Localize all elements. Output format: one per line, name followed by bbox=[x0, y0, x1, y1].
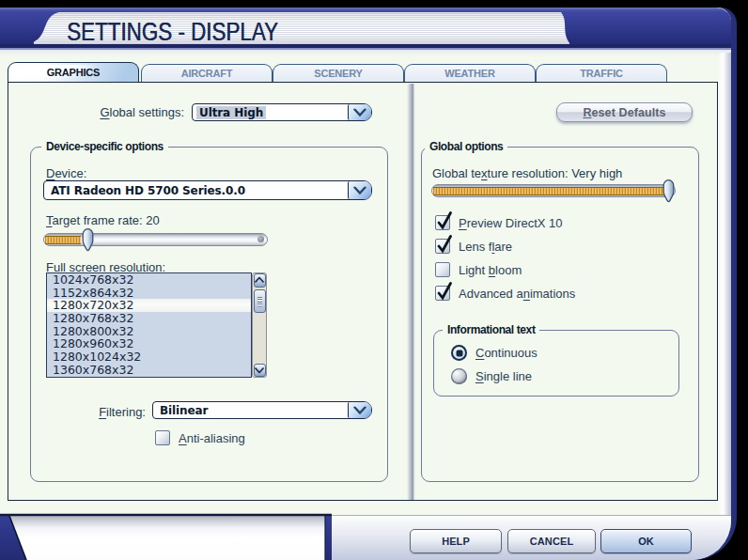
checkbox-label: Preview DirectX 10 bbox=[459, 216, 563, 230]
anti-aliasing-checkbox-row[interactable]: Anti-aliasing bbox=[155, 430, 245, 445]
resolution-option[interactable]: 1280x768x32 bbox=[47, 312, 251, 325]
chevron-down-icon bbox=[353, 186, 366, 194]
checkbox-row[interactable]: Advanced animations bbox=[435, 286, 575, 301]
chevron-down-icon bbox=[353, 406, 366, 414]
settings-display-dialog: SETTINGS - DISPLAY GRAPHICSAIRCRAFTSCENE… bbox=[0, 0, 748, 560]
ok-button[interactable]: OK bbox=[600, 529, 692, 553]
anti-aliasing-checkbox[interactable] bbox=[155, 430, 170, 445]
filtering-value: Bilinear bbox=[157, 404, 210, 417]
reset-defaults-label: Reset Defaults bbox=[583, 106, 665, 119]
global-settings-value: Ultra High bbox=[196, 106, 266, 119]
device-value: ATI Radeon HD 5700 Series.0.0 bbox=[48, 184, 248, 197]
tab-strip: GRAPHICSAIRCRAFTSCENERYWEATHERTRAFFIC bbox=[0, 60, 731, 82]
tab-label: GRAPHICS bbox=[47, 67, 100, 78]
slider-thumb[interactable] bbox=[662, 179, 676, 204]
tab[interactable]: GRAPHICS bbox=[8, 62, 139, 83]
global-settings-combobox[interactable]: Ultra High bbox=[192, 103, 372, 121]
column-divider bbox=[407, 84, 415, 500]
checkbox-row[interactable]: Light bloom bbox=[435, 262, 575, 277]
checkbox[interactable] bbox=[435, 215, 450, 230]
scrollbar-grip bbox=[257, 296, 262, 306]
scrollbar-thumb[interactable] bbox=[254, 289, 266, 313]
checkmark-icon bbox=[435, 281, 454, 302]
tab[interactable]: AIRCRAFT bbox=[141, 64, 273, 82]
page-background: SETTINGS - DISPLAY GRAPHICSAIRCRAFTSCENE… bbox=[0, 8, 731, 560]
checkbox[interactable] bbox=[435, 262, 450, 277]
radio-label: Single line bbox=[475, 369, 532, 383]
footer-left-tab bbox=[0, 507, 338, 560]
help-button[interactable]: HELP bbox=[410, 529, 502, 553]
resolution-option[interactable]: 1360x768x32 bbox=[47, 364, 251, 377]
checkbox[interactable] bbox=[435, 239, 450, 254]
scroll-down-button[interactable] bbox=[254, 364, 266, 378]
tab-label: SCENERY bbox=[314, 68, 362, 79]
tab[interactable]: WEATHER bbox=[404, 64, 536, 82]
anti-aliasing-label: Anti-aliasing bbox=[179, 431, 245, 445]
checkbox-label: Lens flare bbox=[459, 240, 512, 254]
resolution-option[interactable]: 1280x800x32 bbox=[47, 325, 251, 338]
title-bar: SETTINGS - DISPLAY bbox=[0, 8, 731, 53]
checkbox-label: Advanced animations bbox=[459, 287, 575, 301]
chevron-down-icon bbox=[353, 108, 366, 117]
right-edge-shade bbox=[718, 53, 731, 515]
resolution-option-label: 1360x768x32 bbox=[53, 363, 133, 377]
slider-fill bbox=[433, 187, 664, 195]
slider-fill bbox=[45, 236, 81, 244]
filtering-label: Filtering: bbox=[0, 405, 146, 419]
resolution-scrollbar[interactable] bbox=[252, 272, 267, 378]
tab-label: WEATHER bbox=[444, 68, 494, 79]
help-button-label: HELP bbox=[442, 536, 470, 547]
radio-row[interactable]: Continuous bbox=[451, 345, 538, 361]
scroll-up-button[interactable] bbox=[254, 273, 266, 288]
resolution-option[interactable]: 1280x960x32 bbox=[47, 337, 251, 350]
page-shell: SETTINGS - DISPLAY GRAPHICSAIRCRAFTSCENE… bbox=[0, 8, 737, 560]
global-settings-dropdown-button[interactable] bbox=[348, 104, 371, 120]
resolution-option[interactable]: 1152x864x32 bbox=[47, 287, 251, 300]
cancel-button-label: CANCEL bbox=[530, 536, 573, 547]
reset-defaults-button[interactable]: Reset Defaults bbox=[556, 102, 693, 122]
device-label: Device: bbox=[46, 166, 86, 180]
global-settings-label: Global settings: bbox=[0, 105, 184, 119]
device-dropdown-button[interactable] bbox=[348, 181, 371, 199]
resolution-option[interactable]: 1280x1024x32 bbox=[47, 350, 251, 364]
checkbox[interactable] bbox=[435, 286, 450, 301]
slider-thumb[interactable] bbox=[81, 227, 95, 253]
radio-button[interactable] bbox=[451, 368, 467, 384]
checkmark-icon bbox=[435, 210, 454, 231]
checkbox-label: Light bloom bbox=[459, 263, 522, 277]
chevron-up-icon bbox=[255, 277, 265, 284]
slider-end-cap bbox=[257, 236, 264, 242]
device-group-title: Device-specific options bbox=[41, 140, 168, 153]
radio-button[interactable] bbox=[451, 345, 467, 361]
global-options-checkbox-list: Preview DirectX 10 Lens flare Light bloo… bbox=[435, 215, 575, 301]
checkbox-row[interactable]: Preview DirectX 10 bbox=[435, 215, 575, 230]
resolution-listbox: 1024x768x321152x864x321280x720x321280x76… bbox=[46, 272, 267, 378]
tab-label: TRAFFIC bbox=[580, 68, 623, 79]
title-bar-shadow bbox=[0, 50, 731, 56]
checkmark-icon bbox=[435, 234, 454, 255]
radio-row[interactable]: Single line bbox=[451, 368, 538, 384]
target-frame-rate-slider[interactable] bbox=[43, 227, 268, 253]
filtering-dropdown-button[interactable] bbox=[348, 402, 371, 418]
target-frame-rate-label: Target frame rate: 20 bbox=[46, 213, 160, 227]
filtering-combobox[interactable]: Bilinear bbox=[152, 401, 372, 419]
tab-label: AIRCRAFT bbox=[181, 68, 233, 79]
informational-text-title: Informational text bbox=[443, 323, 539, 336]
tab[interactable]: SCENERY bbox=[273, 64, 404, 82]
resolution-option[interactable]: 1280x720x32 bbox=[47, 299, 251, 312]
texture-resolution-slider[interactable] bbox=[431, 179, 676, 204]
ok-button-label: OK bbox=[638, 536, 654, 547]
cancel-button[interactable]: CANCEL bbox=[507, 529, 596, 553]
informational-text-radio-list: Continuous Single line bbox=[451, 345, 538, 384]
tab[interactable]: TRAFFIC bbox=[536, 64, 667, 82]
resolution-list: 1024x768x321152x864x321280x720x321280x76… bbox=[46, 272, 252, 378]
resolution-option[interactable]: 1024x768x32 bbox=[47, 273, 251, 287]
chevron-down-icon bbox=[255, 366, 265, 373]
device-combobox[interactable]: ATI Radeon HD 5700 Series.0.0 bbox=[43, 180, 372, 200]
checkbox-row[interactable]: Lens flare bbox=[435, 239, 575, 254]
radio-label: Continuous bbox=[475, 346, 538, 360]
global-options-title: Global options bbox=[425, 140, 507, 153]
page-title: SETTINGS - DISPLAY bbox=[67, 17, 278, 47]
